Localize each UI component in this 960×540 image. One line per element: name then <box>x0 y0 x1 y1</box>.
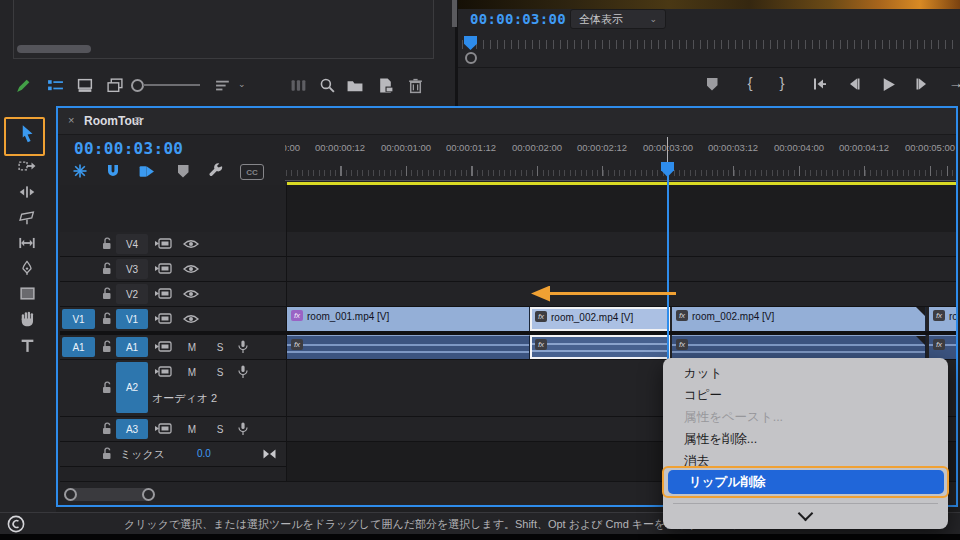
solo-button[interactable]: S <box>210 337 230 357</box>
mute-button[interactable]: M <box>182 337 202 357</box>
source-patch-a1[interactable]: A1 <box>62 337 95 357</box>
selection-tool[interactable] <box>10 120 44 146</box>
mute-button[interactable]: M <box>182 419 202 439</box>
snap-magnet-icon[interactable] <box>103 161 123 181</box>
track-target-v2[interactable]: V2 <box>116 284 148 304</box>
eye-icon[interactable] <box>183 289 199 299</box>
source-monitor-icon[interactable] <box>155 313 172 325</box>
mark-out-icon[interactable]: } <box>772 72 792 92</box>
menu-item-clear[interactable]: 消去 <box>663 450 948 472</box>
zoom-slider-track[interactable] <box>143 84 200 86</box>
source-monitor-icon[interactable] <box>155 366 172 378</box>
new-item-icon[interactable] <box>368 72 402 98</box>
track-name-label[interactable]: オーディオ 2 <box>152 391 217 406</box>
trash-icon[interactable] <box>398 72 432 98</box>
solo-button[interactable]: S <box>210 362 230 382</box>
clip-room-002b-audio[interactable]: fx <box>672 335 926 359</box>
add-marker-icon[interactable] <box>702 74 722 94</box>
track-target-a2[interactable]: A2 <box>116 362 148 413</box>
clip-room-002-video-selected[interactable]: fx room_002.mp4 [V] <box>530 307 670 331</box>
linked-selection-icon[interactable] <box>136 161 156 181</box>
clip-room-001-video[interactable]: fx room_001.mp4 [V] <box>287 307 530 331</box>
rectangle-tool[interactable] <box>10 280 44 306</box>
mic-icon[interactable] <box>238 340 248 354</box>
project-bin-area[interactable] <box>13 0 434 59</box>
hand-tool[interactable] <box>10 305 44 331</box>
sort-chevron-icon[interactable]: ⌄ <box>238 79 246 89</box>
lock-icon[interactable] <box>101 312 113 325</box>
lock-icon[interactable] <box>101 422 113 435</box>
list-view-icon[interactable] <box>38 72 72 98</box>
menu-item-remove-attributes[interactable]: 属性を削除... <box>663 428 948 450</box>
lock-icon[interactable] <box>101 262 113 275</box>
lock-icon[interactable] <box>101 287 113 300</box>
zoom-level-select[interactable]: 全体表示 ⌄ <box>570 9 666 29</box>
eye-icon[interactable] <box>183 239 199 249</box>
freeform-view-icon[interactable] <box>98 72 132 98</box>
creative-cloud-icon[interactable] <box>6 514 25 533</box>
zoom-handle-right[interactable] <box>142 488 155 501</box>
go-to-in-icon[interactable] <box>810 74 830 94</box>
mark-in-icon[interactable]: { <box>740 72 760 92</box>
tab-close-icon[interactable]: × <box>68 114 74 126</box>
source-monitor-icon[interactable] <box>155 263 172 275</box>
track-row-v4[interactable] <box>287 232 957 257</box>
slip-tool[interactable] <box>10 230 44 256</box>
track-target-a1[interactable]: A1 <box>116 337 148 357</box>
lock-icon[interactable] <box>101 340 113 353</box>
export-frame-icon[interactable]: → <box>946 72 960 92</box>
captions-icon[interactable]: CC <box>240 164 264 180</box>
timeline-timecode[interactable]: 00:00:03:00 <box>74 139 183 158</box>
new-bin-folder-icon[interactable] <box>338 72 372 98</box>
keyframe-bowtie-icon[interactable] <box>263 449 276 459</box>
source-monitor-icon[interactable] <box>155 288 172 300</box>
ripple-edit-tool[interactable] <box>10 179 44 205</box>
eye-icon[interactable] <box>183 314 199 324</box>
razor-tool[interactable] <box>10 205 44 231</box>
mic-icon[interactable] <box>238 365 248 379</box>
play-icon[interactable] <box>878 74 898 94</box>
source-monitor-icon[interactable] <box>155 238 172 250</box>
track-target-v4[interactable]: V4 <box>116 234 148 254</box>
settings-wrench-icon[interactable] <box>206 161 226 181</box>
program-timecode[interactable]: 00:00:03:00 <box>470 11 566 27</box>
panel-divider-handle[interactable] <box>452 0 457 27</box>
zoom-scrollbar-thumb[interactable] <box>64 488 154 501</box>
clip-room-002b-video[interactable]: fx room_002.mp4 [V] <box>672 307 926 331</box>
mute-button[interactable]: M <box>182 362 202 382</box>
solo-button[interactable]: S <box>210 419 230 439</box>
step-back-icon[interactable] <box>844 74 864 94</box>
timeline-ruler[interactable]: 00:00:00:00 00:00:00:12 00:00:01:00 00:0… <box>285 136 957 182</box>
panel-menu-icon[interactable]: ≡ <box>134 113 141 127</box>
track-target-v1[interactable]: V1 <box>116 309 148 329</box>
track-select-forward-tool[interactable] <box>10 153 44 179</box>
clip-room-002c-audio[interactable]: fx <box>929 335 957 359</box>
lock-icon[interactable] <box>101 381 113 394</box>
track-row-v3[interactable] <box>287 257 957 282</box>
lock-icon[interactable] <box>101 447 113 460</box>
nest-sequence-icon[interactable] <box>70 161 90 181</box>
menu-item-cut[interactable]: カット <box>663 362 948 384</box>
clip-room-002-audio-selected[interactable]: fx <box>530 335 670 359</box>
sort-icon[interactable] <box>210 72 236 98</box>
step-forward-icon[interactable] <box>912 74 932 94</box>
mix-pan-value[interactable]: 0.0 <box>197 448 211 459</box>
clip-room-002c-video[interactable]: fx room_002.mp4 [V] <box>929 307 957 331</box>
program-mini-ruler[interactable] <box>462 40 958 49</box>
clip-room-001-audio[interactable]: fx <box>287 335 530 359</box>
source-monitor-icon[interactable] <box>155 341 172 353</box>
zoom-handle-left[interactable] <box>64 488 77 501</box>
eye-icon[interactable] <box>183 264 199 274</box>
program-scrubber-handle[interactable] <box>465 52 477 64</box>
menu-item-ripple-delete[interactable]: リップル削除 <box>668 470 944 494</box>
menu-scroll-chevron-icon[interactable] <box>798 506 814 522</box>
edit-pencil-icon[interactable] <box>6 72 40 98</box>
source-monitor-icon[interactable] <box>155 423 172 435</box>
track-target-a3[interactable]: A3 <box>116 419 148 439</box>
type-tool[interactable] <box>10 332 44 358</box>
horizontal-scrollbar[interactable] <box>17 45 91 53</box>
track-target-v3[interactable]: V3 <box>116 259 148 279</box>
mic-icon[interactable] <box>238 422 248 436</box>
menu-item-copy[interactable]: コピー <box>663 384 948 406</box>
source-patch-v1[interactable]: V1 <box>62 309 95 329</box>
